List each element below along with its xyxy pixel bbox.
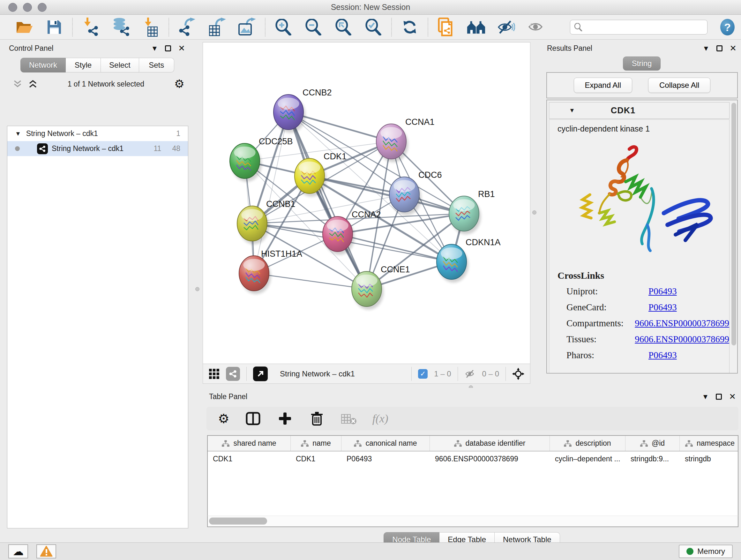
column-type-icon bbox=[454, 440, 462, 447]
table-cell[interactable]: stringdb bbox=[680, 451, 738, 466]
birdseye-grid-icon[interactable] bbox=[209, 368, 219, 379]
results-scrollbar[interactable] bbox=[731, 103, 736, 346]
network-node-ccnb2[interactable]: CCNB2 bbox=[273, 88, 332, 133]
table-cell[interactable]: CDK1 bbox=[291, 451, 341, 466]
crosslink-link[interactable]: P06493 bbox=[649, 302, 677, 313]
warning-icon bbox=[40, 546, 53, 557]
help-button[interactable]: ? bbox=[720, 19, 735, 36]
results-panel-menu-icon[interactable]: ▼ bbox=[702, 44, 710, 53]
import-network-database-icon[interactable] bbox=[111, 17, 130, 37]
table-cell[interactable]: CDK1 bbox=[208, 451, 291, 466]
delete-column-icon[interactable] bbox=[309, 410, 325, 427]
zoom-fit-icon[interactable] bbox=[334, 17, 353, 37]
memory-label: Memory bbox=[697, 547, 725, 556]
table-cell[interactable]: P06493 bbox=[341, 451, 430, 466]
column-header-database-identifier[interactable]: database identifier bbox=[430, 436, 550, 451]
zoom-selected-icon[interactable] bbox=[364, 17, 383, 37]
import-table-icon[interactable] bbox=[141, 17, 160, 37]
export-image-icon[interactable] bbox=[238, 17, 257, 37]
crosslink-link[interactable]: P06493 bbox=[649, 286, 677, 297]
network-style-icon[interactable] bbox=[226, 367, 240, 381]
memory-status-dot bbox=[686, 548, 693, 555]
network-collection-row[interactable]: ▼ String Network – cdk1 1 bbox=[7, 126, 188, 141]
show-columns-icon[interactable] bbox=[245, 410, 261, 427]
search-input[interactable] bbox=[585, 23, 703, 32]
fit-content-crosshair-icon[interactable] bbox=[512, 368, 524, 380]
refresh-icon[interactable] bbox=[400, 17, 419, 37]
toolbar-search[interactable] bbox=[570, 20, 708, 35]
column-header-namespace[interactable]: namespace bbox=[680, 436, 738, 451]
tab-style[interactable]: Style bbox=[66, 58, 101, 72]
network-edge[interactable] bbox=[254, 273, 367, 289]
expand-all-chevron-icon[interactable] bbox=[28, 80, 38, 88]
network-node-rb1[interactable]: RB1 bbox=[449, 189, 495, 234]
network-node-hist1h1a[interactable]: HIST1H1A bbox=[239, 249, 302, 294]
add-column-icon[interactable] bbox=[277, 410, 293, 427]
table-cell[interactable]: 9606.ENSP00000378699 bbox=[430, 451, 550, 466]
zoom-in-icon[interactable] bbox=[274, 17, 293, 37]
first-neighbors-icon[interactable] bbox=[467, 17, 486, 37]
open-in-window-icon[interactable] bbox=[253, 367, 268, 381]
selected-checkbox-icon[interactable]: ✓ bbox=[418, 369, 428, 379]
table-panel-close-icon[interactable]: ✕ bbox=[729, 392, 736, 401]
column-header-description[interactable]: description bbox=[550, 436, 625, 451]
network-edge[interactable] bbox=[288, 112, 367, 289]
delete-table-icon[interactable] bbox=[340, 410, 357, 427]
table-cell[interactable]: stringdb:9... bbox=[625, 451, 680, 466]
memory-button[interactable]: Memory bbox=[679, 545, 733, 558]
table-hscrollbar[interactable] bbox=[207, 516, 738, 527]
crosslink-link[interactable]: P06493 bbox=[649, 350, 677, 361]
network-node-ccne1[interactable]: CCNE1 bbox=[352, 265, 410, 310]
column-header-id[interactable]: @id bbox=[625, 436, 680, 451]
collection-expand-icon[interactable]: ▼ bbox=[15, 130, 21, 137]
crosslink-link[interactable]: 9606.ENSP00000378699 bbox=[635, 334, 729, 345]
crosslink-link[interactable]: 9606.ENSP00000378699 bbox=[635, 318, 729, 328]
function-builder-icon[interactable]: f(x) bbox=[373, 412, 388, 425]
warnings-button[interactable] bbox=[37, 544, 56, 558]
gene-section-header[interactable]: ▼ CDK1 bbox=[549, 102, 730, 119]
export-network-icon[interactable] bbox=[178, 17, 197, 37]
network-options-gear-icon[interactable]: ⚙ bbox=[174, 78, 185, 90]
table-panel-float-icon[interactable] bbox=[716, 394, 722, 400]
network-node-count: 11 bbox=[154, 144, 161, 153]
table-cell[interactable]: cyclin–dependent ... bbox=[550, 451, 625, 466]
results-panel-close-icon[interactable]: ✕ bbox=[730, 44, 737, 53]
expand-all-button[interactable]: Expand All bbox=[574, 78, 632, 93]
table-header-row: shared namenamecanonical namedatabase id… bbox=[208, 436, 738, 451]
open-session-icon[interactable] bbox=[15, 17, 34, 37]
tab-string[interactable]: String bbox=[623, 57, 661, 71]
table-options-gear-icon[interactable]: ⚙ bbox=[218, 412, 229, 425]
collapse-all-button[interactable]: Collapse All bbox=[648, 78, 711, 93]
right-splitter-handle[interactable] bbox=[532, 210, 536, 214]
hide-selected-icon[interactable] bbox=[496, 17, 516, 37]
left-splitter-handle[interactable] bbox=[195, 287, 199, 291]
network-node-cdc25b[interactable]: CDC25B bbox=[230, 137, 293, 182]
network-row[interactable]: String Network – cdk1 11 48 bbox=[7, 141, 188, 156]
gene-expand-icon[interactable]: ▼ bbox=[569, 107, 575, 114]
control-panel-menu-icon[interactable]: ▼ bbox=[151, 44, 158, 53]
collapse-all-chevron-icon[interactable] bbox=[13, 80, 22, 88]
control-panel-close-icon[interactable]: ✕ bbox=[178, 44, 185, 53]
zoom-out-icon[interactable] bbox=[304, 17, 323, 37]
table-hscroll-thumb[interactable] bbox=[209, 517, 267, 524]
control-panel-float-icon[interactable] bbox=[165, 45, 171, 51]
table-panel-menu-icon[interactable]: ▼ bbox=[702, 393, 709, 401]
import-network-file-icon[interactable] bbox=[81, 17, 100, 37]
network-view-canvas[interactable]: CCNB2CCNA1CDC25BCDK1CDC6RB1CCNB1CCNA2CDK… bbox=[203, 42, 530, 364]
tab-network[interactable]: Network bbox=[20, 58, 66, 72]
clone-network-icon[interactable] bbox=[436, 17, 456, 37]
export-table-icon[interactable] bbox=[207, 17, 226, 37]
column-header-canonical-name[interactable]: canonical name bbox=[341, 436, 430, 451]
network-node-cdc6[interactable]: CDC6 bbox=[389, 170, 442, 215]
tab-select[interactable]: Select bbox=[101, 58, 139, 72]
cloud-status-button[interactable]: ☁ bbox=[8, 544, 28, 558]
show-all-icon[interactable] bbox=[527, 17, 546, 37]
column-header-shared-name[interactable]: shared name bbox=[208, 436, 291, 451]
results-panel-float-icon[interactable] bbox=[717, 45, 723, 51]
table-row[interactable]: CDK1CDK1P064939606.ENSP00000378699cyclin… bbox=[208, 451, 738, 466]
network-node-cdk1[interactable]: CDK1 bbox=[294, 152, 347, 197]
network-node-cdkn1a[interactable]: CDKN1A bbox=[436, 238, 501, 283]
column-header-name[interactable]: name bbox=[291, 436, 341, 451]
tab-sets[interactable]: Sets bbox=[139, 58, 174, 72]
save-session-icon[interactable] bbox=[45, 17, 64, 37]
